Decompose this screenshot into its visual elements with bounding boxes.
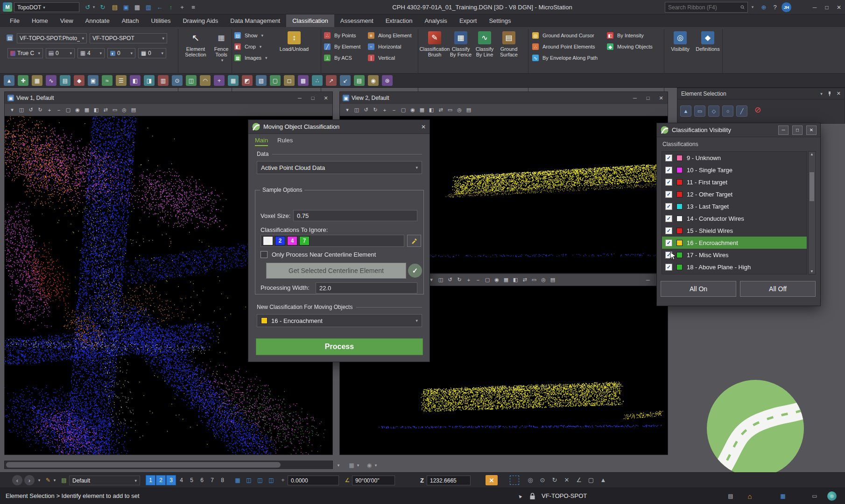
classification-chip[interactable]: 7 [299,236,310,245]
by-intensity-button[interactable]: ◧By Intensity [607,31,644,40]
display-style-icon[interactable]: ▤ [548,275,557,285]
wires-icon[interactable]: ≈ [102,75,113,86]
history-forward-button[interactable]: › [24,475,35,485]
view-close-button[interactable]: ✕ [319,92,332,104]
visibility-checkbox[interactable]: ✓ [665,179,672,186]
visibility-checkbox[interactable]: ✓ [665,227,672,234]
zoom-in-icon[interactable]: + [464,275,473,285]
camera-view-icon[interactable]: ◎ [120,105,129,115]
window-layout-3-icon[interactable]: ◫ [267,476,275,484]
accudraw-chevron-icon[interactable]: ▾ [356,462,360,469]
zoom-out-icon[interactable]: − [389,105,399,115]
visibility-checkbox[interactable]: ✓ [665,215,672,222]
camera-view-icon[interactable]: ◎ [539,275,548,285]
ignore-chips-field[interactable]: 0247 [261,235,404,247]
fence-mode-icon[interactable]: ▢ [586,475,596,484]
view-1-titlebar[interactable]: ▣ View 1, Default ─ □ ✕ [5,92,332,104]
centerline-checkbox-label[interactable]: Only Process Near Centerline Element [272,251,376,258]
references-icon[interactable]: ◻ [284,75,295,86]
scrollbar-thumb[interactable] [6,462,281,468]
active-color-combo[interactable]: True C▾ [7,48,43,58]
import-icon[interactable]: ↙ [340,75,351,86]
clip-volume-icon[interactable]: ▭ [529,275,539,285]
rotate-left-icon[interactable]: ↺ [361,105,371,115]
all-off-button[interactable]: All Off [740,281,816,297]
ribbon-search[interactable] [665,2,748,13]
angle-snap-icon[interactable]: ∠ [574,475,584,484]
classification-row[interactable]: ✓ 10 - Single Targe [662,164,807,176]
rotate-acs-icon[interactable]: ↻ [550,475,559,484]
level-display-icon[interactable]: ▧ [256,75,267,86]
classification-row[interactable]: ✓ 14 - Conductor Wires [662,212,807,224]
pointcloud-show-menu[interactable]: ▤Show▾ [234,31,263,40]
view-2-titlebar[interactable]: ▣ View 2, Default ─ □ ✕ [340,92,668,104]
camera-view-icon[interactable]: ◎ [455,105,464,115]
delete-element-button[interactable]: ✕ [486,475,498,485]
view-maximize-button[interactable]: □ [306,92,319,104]
window-maximize-button[interactable]: □ [821,0,833,14]
help-icon[interactable]: ? [770,2,780,12]
window-area-icon[interactable]: ▢ [483,275,492,285]
view-toggle-button[interactable]: 1 [146,475,155,485]
scrollbar-menu-chevron-icon[interactable]: ▾ [335,462,342,469]
clipboard-icon[interactable]: ▤ [726,492,735,500]
visibility-checkbox[interactable]: ✓ [665,264,672,271]
scroll-up-icon[interactable]: ▲ [809,152,815,156]
processing-width-input[interactable]: 22.0 [316,282,417,294]
ground-around-cursor-button[interactable]: ◎Ground Around Cursor [532,31,594,40]
pointcloud-images-menu[interactable]: ▦Images▾ [234,53,268,63]
point-cloud-icon[interactable]: ∴ [312,75,323,86]
back-icon[interactable]: ← [155,2,164,12]
display-style-icon[interactable]: ▤ [129,105,138,115]
fit-view-icon[interactable]: ▦ [501,275,511,285]
models-icon[interactable]: ▢ [270,75,281,86]
window-area-icon[interactable]: ▢ [63,105,73,115]
target-toggle-icon[interactable]: ◉ [365,461,373,469]
view-toggle-button[interactable]: 8 [218,475,227,485]
classify-by-fence-button[interactable]: ▦ Classify By Fence [449,30,472,57]
north-icon[interactable]: ▲ [599,475,608,484]
print-icon[interactable]: ▦ [133,2,142,12]
render-mode-icon[interactable]: ◧ [511,275,520,285]
user-avatar[interactable]: JH [782,2,791,12]
undo-chevron-icon[interactable]: ▾ [92,2,96,12]
forward-icon[interactable]: ↑ [166,2,176,12]
selection-disabled-icon[interactable]: ⊘ [752,104,763,115]
scroll-thumb[interactable] [810,172,814,201]
selection-set-icon[interactable] [510,476,519,485]
rotate-left-icon[interactable]: ↺ [445,275,455,285]
classify-by-line-button[interactable]: ∿ Classify By Line [473,30,496,57]
tools-icon[interactable]: + [177,2,187,12]
select-tool-icon[interactable]: ▲ [4,75,14,86]
poles-icon[interactable]: ☰ [116,75,127,86]
select-shape-icon[interactable]: ◇ [708,105,719,117]
snap-pointer-icon[interactable]: ◎ [526,475,535,484]
tab-main[interactable]: Main [255,137,268,146]
history-chevron-icon[interactable]: ▾ [36,477,42,483]
grid-icon[interactable]: ▦ [228,75,239,86]
ribbon-tab[interactable]: Home [26,14,54,27]
classification-brush-icon[interactable]: ✚ [18,75,28,86]
select-circle-icon[interactable]: ○ [722,105,733,117]
fit-view-icon[interactable]: ▦ [82,105,92,115]
clip-icon[interactable]: ◩ [242,75,253,86]
background-icon[interactable]: ◫ [17,105,26,115]
view-maximize-button[interactable]: □ [641,92,655,104]
search-scope-chevron-icon[interactable]: ▾ [750,2,755,12]
rotate-right-icon[interactable]: ↻ [35,105,45,115]
window-layout-1-icon[interactable]: ◫ [245,476,253,484]
view-toggle-button[interactable]: 7 [207,475,217,485]
window-list-icon[interactable]: ▦ [779,492,787,500]
visibility-checkbox[interactable]: ✓ [665,239,672,246]
scroll-down-icon[interactable]: ▼ [809,269,815,273]
active-class-combo[interactable]: ◐ 0▾ [107,48,135,58]
background-icon[interactable]: ◫ [436,275,445,285]
visibility-checkbox[interactable]: ✓ [665,167,672,174]
around-point-elements-button[interactable]: ∴Around Point Elements [532,42,595,51]
zoom-in-icon[interactable]: + [45,105,54,115]
redo-icon[interactable]: ↻ [98,2,107,12]
vegetation-icon[interactable]: ◆ [74,75,84,86]
view-display-menu-icon[interactable]: ▾ [7,105,17,115]
active-style-combo[interactable]: — 0▾ [46,48,75,58]
all-on-button[interactable]: All On [661,281,736,297]
